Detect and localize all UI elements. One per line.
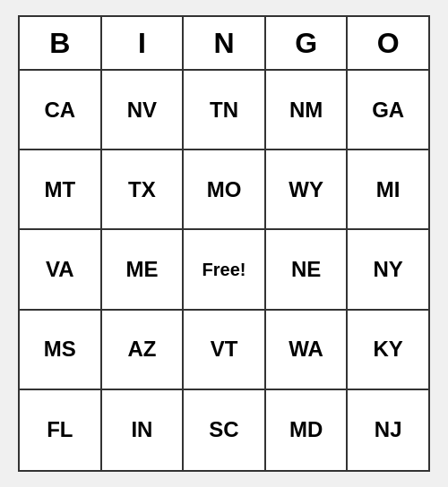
header-b: B: [20, 17, 102, 71]
cell-3-2: VT: [184, 311, 266, 390]
cell-0-1: NV: [102, 71, 185, 150]
cell-2-1: ME: [102, 230, 185, 310]
cell-0-2: TN: [184, 71, 266, 150]
bingo-row: FL IN SC MD NJ: [20, 390, 428, 470]
cell-1-1: TX: [102, 150, 185, 230]
cell-2-0: VA: [20, 230, 102, 310]
bingo-row: CA NV TN NM GA: [20, 71, 428, 150]
header-g: G: [266, 17, 349, 71]
header-o: O: [348, 17, 428, 71]
cell-0-0: CA: [20, 71, 102, 150]
bingo-card: B I N G O CA NV TN NM GA MT TX MO WY MI …: [18, 15, 430, 472]
header-i: I: [102, 17, 185, 71]
cell-1-4: MI: [348, 150, 428, 230]
bingo-row: MS AZ VT WA KY: [20, 311, 428, 390]
bingo-body: CA NV TN NM GA MT TX MO WY MI VA ME Free…: [20, 71, 428, 470]
cell-4-4: NJ: [348, 390, 428, 470]
bingo-row: VA ME Free! NE NY: [20, 230, 428, 310]
cell-1-2: MO: [184, 150, 266, 230]
cell-3-0: MS: [20, 311, 102, 390]
header-n: N: [184, 17, 266, 71]
bingo-header: B I N G O: [20, 17, 428, 71]
cell-1-3: WY: [266, 150, 349, 230]
cell-0-3: NM: [266, 71, 349, 150]
bingo-row: MT TX MO WY MI: [20, 150, 428, 230]
cell-2-4: NY: [348, 230, 428, 310]
cell-4-0: FL: [20, 390, 102, 470]
cell-0-4: GA: [348, 71, 428, 150]
cell-1-0: MT: [20, 150, 102, 230]
cell-3-3: WA: [266, 311, 349, 390]
cell-4-3: MD: [266, 390, 349, 470]
cell-4-2: SC: [184, 390, 266, 470]
cell-4-1: IN: [102, 390, 185, 470]
cell-free: Free!: [184, 230, 266, 310]
cell-2-3: NE: [266, 230, 349, 310]
cell-3-4: KY: [348, 311, 428, 390]
cell-3-1: AZ: [102, 311, 185, 390]
